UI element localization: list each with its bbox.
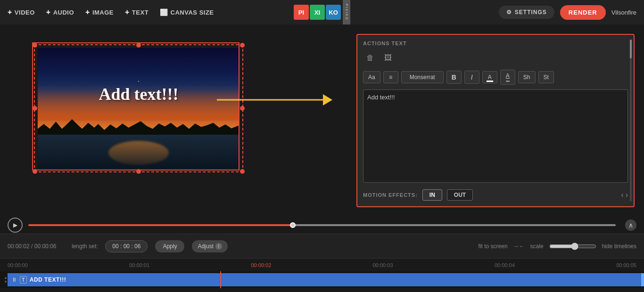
hide-timelines-label: hide timelines — [602, 243, 636, 250]
arrow-head — [323, 94, 332, 105]
progress-bar[interactable] — [28, 224, 616, 226]
duplicate-button[interactable]: 🖼 — [381, 51, 395, 65]
arrow-indicator — [217, 90, 349, 109]
ruler-mark-4: 00:00:04 — [495, 262, 515, 268]
text-toolbar: Aa ≡ Monserrat B I A A Sh St — [363, 70, 628, 85]
username: Vilsonfire — [611, 9, 636, 16]
ruler-mark-1: 00:00:01 — [129, 262, 149, 268]
font-size-button[interactable]: Aa — [363, 71, 380, 83]
delete-button[interactable]: 🗑 — [363, 51, 377, 65]
handle-top-left[interactable] — [33, 43, 37, 48]
text-track[interactable]: ⏸ T ADD TEXT!!! — [8, 273, 644, 286]
canvas-text-overlay: Add text!!! — [99, 84, 179, 104]
main-content: Add text!!! ACTIONS TEXT 🗑 🖼 — [0, 24, 644, 217]
text-button[interactable]: + TEXT — [125, 8, 149, 16]
canvas-preview[interactable]: Add text!!! — [38, 48, 239, 169]
track-pause-icon: ⏸ — [11, 276, 17, 283]
motion-out-button[interactable]: OUT — [447, 189, 473, 201]
timeline-tracks: ▲ ▼ ⏸ T ADD TEXT!!! — [0, 271, 644, 288]
motion-effects-row: MOTION EFFECTS: IN OUT ‹ › — [363, 187, 628, 201]
track-end-handle[interactable] — [641, 273, 644, 286]
panel-icon-row: 🗑 🖼 — [363, 51, 628, 65]
panel-title: ACTIONS TEXT — [363, 41, 628, 46]
arrow-separator: →← — [513, 243, 525, 250]
arrow-line — [217, 99, 330, 101]
audio-button[interactable]: + AUDIO — [46, 8, 74, 16]
handle-bottom-left[interactable] — [33, 169, 37, 174]
scrollbar-thumb — [630, 40, 632, 58]
nav-right: ⚙ SETTINGS RENDER Vilsonfire — [499, 5, 636, 20]
info-icon: i — [215, 243, 222, 250]
playback-bar: ▶ ∧ — [0, 217, 644, 234]
ruler-mark-3: 00:00:03 — [373, 262, 393, 268]
track-left-controls: ▲ ▼ — [0, 276, 8, 284]
gear-icon: ⚙ — [506, 9, 512, 16]
logo-side: PIXIKO — [343, 0, 350, 27]
canvas-inner — [38, 48, 239, 169]
motion-label: MOTION EFFECTS: — [363, 192, 418, 198]
track-text-icon: T — [20, 276, 27, 284]
ruler-mark-0: 00:00:00 — [8, 262, 28, 268]
font-family-selector[interactable]: Monserrat — [401, 71, 444, 83]
handle-top-right[interactable] — [240, 43, 245, 48]
right-controls: fit to screen →← scale hide timelines — [479, 243, 636, 250]
handle-middle-left[interactable] — [33, 106, 37, 111]
color-swatch — [487, 81, 493, 82]
motion-prev-button[interactable]: ‹ — [621, 191, 623, 199]
actions-panel: ACTIONS TEXT 🗑 🖼 Aa ≡ Monserrat B I A A … — [356, 34, 635, 207]
align-button[interactable]: ≡ — [383, 71, 398, 83]
logo-xi: XI — [310, 5, 325, 20]
handle-bottom-center[interactable] — [136, 169, 141, 174]
settings-button[interactable]: ⚙ SETTINGS — [499, 6, 554, 19]
bold-button[interactable]: B — [446, 71, 462, 84]
timeline-ruler: 00:00:00 00:00:01 00:00:02 00:00:03 00:0… — [0, 258, 644, 271]
playhead — [220, 271, 221, 288]
shadow-button[interactable]: Sh — [518, 71, 536, 83]
length-input[interactable] — [105, 240, 148, 252]
logo-ko: KO — [326, 5, 341, 20]
progress-thumb[interactable] — [290, 222, 296, 228]
text-fill-button[interactable]: A — [500, 70, 515, 85]
video-button[interactable]: + VIDEO — [8, 8, 35, 16]
time-display: 00:00:02 / 00:00:06 — [8, 243, 64, 250]
ruler-mark-2: 00:00:02 — [251, 262, 271, 268]
motion-in-button[interactable]: IN — [422, 189, 442, 201]
ruler-marks: 00:00:00 00:00:01 00:00:02 00:00:03 00:0… — [8, 262, 636, 268]
italic-button[interactable]: I — [464, 71, 479, 84]
collapse-button[interactable]: ∧ — [625, 219, 636, 231]
render-button[interactable]: RENDER — [560, 5, 606, 20]
ruler-mark-5: 00:00:05 — [616, 262, 636, 268]
panel-scrollbar[interactable] — [630, 40, 632, 202]
logo: PI XI KO PIXIKO — [294, 0, 350, 27]
water-reflection — [108, 141, 169, 165]
motion-next-button[interactable]: › — [626, 191, 628, 199]
play-button[interactable]: ▶ — [8, 218, 23, 233]
canvas-area: Add text!!! — [9, 34, 264, 207]
scale-label: scale — [530, 243, 544, 250]
track-label: ADD TEXT!!! — [30, 276, 66, 283]
bottom-bar: 00:00:02 / 00:00:06 length set: Apply Ad… — [0, 234, 644, 258]
text-color-button[interactable]: A — [482, 71, 497, 83]
adjust-button[interactable]: Adjust i — [192, 240, 227, 252]
scale-slider[interactable] — [549, 243, 596, 250]
handle-bottom-right[interactable] — [240, 169, 245, 174]
length-label: length set: — [72, 243, 98, 250]
track-arrows: ▲ ▼ — [4, 276, 8, 284]
topnav: + VIDEO + AUDIO + IMAGE + TEXT ⬜ CANVAS … — [0, 0, 644, 24]
fit-to-screen-label: fit to screen — [479, 243, 508, 250]
text-input[interactable]: Add text!!! — [363, 89, 628, 183]
handle-top-center[interactable] — [136, 43, 141, 48]
image-button[interactable]: + IMAGE — [85, 8, 114, 16]
stroke-button[interactable]: St — [538, 71, 554, 83]
logo-pi: PI — [294, 5, 309, 20]
canvas-size-button[interactable]: ⬜ CANVAS SIZE — [160, 8, 214, 16]
motion-nav: ‹ › — [621, 191, 628, 199]
apply-button[interactable]: Apply — [155, 240, 184, 252]
